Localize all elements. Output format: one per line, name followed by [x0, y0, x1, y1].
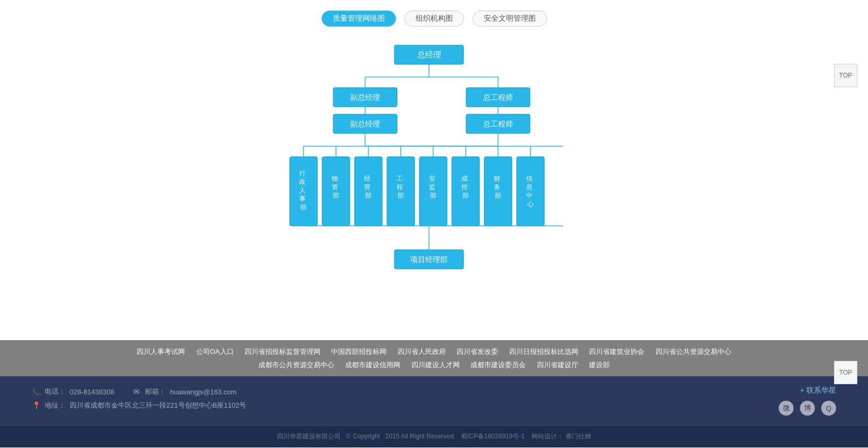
footer-dark: 📞 电话： 028-81438308 ✉ 邮箱： huawangjs@163.c… [0, 376, 868, 425]
svg-rect-30 [322, 157, 350, 226]
qq-icon[interactable]: Q [821, 401, 836, 416]
svg-text:安
      监
      部: 安 监 部 [429, 175, 437, 199]
svg-text:经
      营
      部: 经 营 部 [364, 175, 372, 199]
footer-link[interactable]: 四川建设人才网 [411, 360, 460, 370]
contact-us-button[interactable]: + 联系华星 [800, 386, 836, 395]
company-name: 四川华星建设有限公司 [277, 433, 341, 440]
svg-rect-38 [452, 157, 479, 226]
address-label: 地址： [45, 401, 65, 410]
svg-text:财
      务
      部: 财 务 部 [494, 175, 502, 199]
email-label: 邮箱： [145, 387, 166, 396]
footer-contact: 📞 电话： 028-81438308 ✉ 邮箱： huawangjs@163.c… [32, 387, 246, 415]
svg-text:工
      程
      部: 工 程 部 [397, 175, 404, 199]
footer-link[interactable]: 公司OA入口 [196, 347, 234, 357]
top-button-top[interactable]: TOP [834, 64, 857, 87]
footer-links-row2: 成都市公共资源交易中心 成都市建设信用网 四川建设人才网 成都市建设委员会 四川… [0, 360, 868, 370]
org-chart-svg: 总经理 副总经理 总工程师 副总经理 总工程师 [275, 43, 594, 308]
footer-link[interactable]: 中国西部招投标网 [331, 347, 386, 357]
svg-text:成
      控
      部: 成 控 部 [461, 175, 469, 199]
address-row: 📍 地址： 四川省成都市金牛区北三环一段221号创想中心B座1102号 [32, 401, 246, 410]
footer-link[interactable]: 四川省建设厅 [537, 360, 578, 370]
footer-link[interactable]: 成都市建设委员会 [470, 360, 526, 370]
weibo-icon[interactable]: 博 [800, 401, 815, 416]
footer-link[interactable]: 四川人事考试网 [137, 347, 185, 357]
year-text: 2015 All Right Reserved [385, 433, 454, 440]
svg-text:总工程师: 总工程师 [483, 93, 513, 102]
svg-text:物
      资
      部: 物 资 部 [332, 175, 340, 199]
footer-bottom: 四川华星建设有限公司 © Copyright 2015 All Right Re… [0, 425, 868, 447]
footer-right: + 联系华星 微 博 Q [779, 386, 836, 416]
svg-text:行
      政
      人
      事
    : 行 政 人 事 部 [299, 170, 307, 211]
email-icon: ✉ [132, 387, 141, 396]
phone-number: 028-81438308 [70, 388, 114, 396]
svg-rect-32 [355, 157, 382, 226]
footer-link[interactable]: 四川省建筑业协会 [589, 347, 644, 357]
svg-text:总经理: 总经理 [416, 50, 441, 59]
svg-rect-34 [387, 157, 415, 226]
svg-text:总工程师: 总工程师 [483, 120, 513, 128]
footer-link[interactable]: 四川省公共资源交易中心 [655, 347, 731, 357]
footer-link[interactable]: 四川省招投标监督管理网 [245, 347, 321, 357]
svg-rect-42 [517, 157, 544, 226]
phone-label: 电话： [45, 387, 65, 396]
tab-bar: 质量管理网络图 组织机构图 安全文明管理图 [0, 0, 868, 32]
footer-link[interactable]: 成都市建设信用网 [345, 360, 400, 370]
location-icon: 📍 [32, 401, 40, 410]
tab-org[interactable]: 组织机构图 [404, 11, 464, 27]
icp-link[interactable]: 蜀ICP备16028919号-1 [461, 433, 525, 440]
design-company-link[interactable]: 赛门仕姆 [566, 433, 591, 440]
tab-quality[interactable]: 质量管理网络图 [322, 11, 396, 27]
svg-text:副总经理: 副总经理 [350, 93, 380, 102]
footer-links-row1: 四川人事考试网 公司OA入口 四川省招投标监督管理网 中国西部招投标网 四川省人… [0, 346, 868, 357]
footer-link[interactable]: 成都市公共资源交易中心 [258, 360, 334, 370]
tab-safety[interactable]: 安全文明管理图 [473, 11, 547, 27]
design-label: 网站设计： [532, 433, 563, 440]
org-chart: 总经理 副总经理 总工程师 副总经理 总工程师 [0, 32, 868, 340]
address-text: 四川省成都市金牛区北三环一段221号创想中心B座1102号 [70, 401, 246, 410]
svg-rect-40 [484, 157, 512, 226]
footer-link[interactable]: 四川省人民政府 [398, 347, 446, 357]
phone-row: 📞 电话： 028-81438308 ✉ 邮箱： huawangjs@163.c… [32, 387, 246, 396]
footer-link[interactable]: 四川省发改委 [457, 347, 498, 357]
phone-icon: 📞 [32, 387, 40, 396]
social-icons: 微 博 Q [779, 401, 836, 416]
footer-links: 四川人事考试网 公司OA入口 四川省招投标监督管理网 中国西部招投标网 四川省人… [0, 340, 868, 376]
svg-text:副总经理: 副总经理 [350, 120, 380, 128]
svg-text:项目经理部: 项目经理部 [410, 255, 448, 264]
email-address: huawangjs@163.com [170, 388, 237, 396]
wechat-icon[interactable]: 微 [779, 401, 794, 416]
svg-rect-36 [419, 157, 447, 226]
footer-link[interactable]: 四川日报招投标比选网 [509, 347, 578, 357]
top-button-bottom[interactable]: TOP [834, 361, 857, 384]
footer-link[interactable]: 建设部 [589, 360, 610, 370]
copyright-text: © Copyright [346, 433, 380, 440]
